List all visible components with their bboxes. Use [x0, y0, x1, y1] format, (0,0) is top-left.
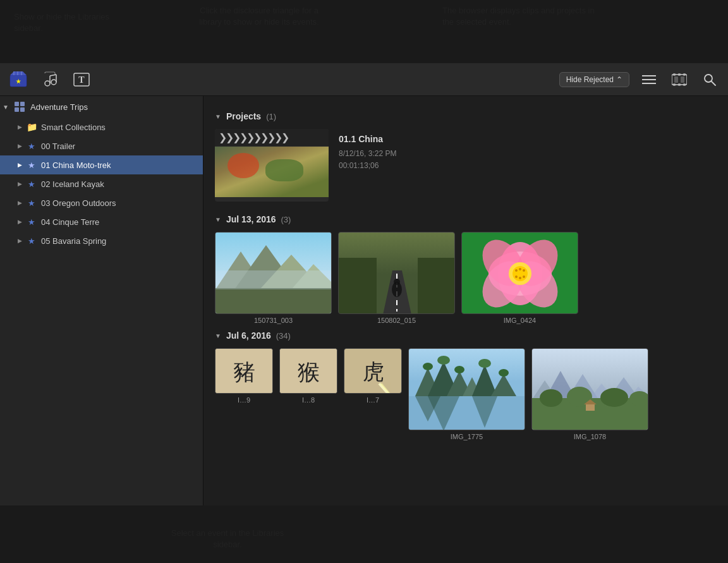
callout-bottom-center: Select an event in the Libraries sidebar…: [164, 528, 291, 550]
svg-line-26: [712, 82, 715, 85]
sidebar-item-02-iceland[interactable]: ▶ ★ 02 Iceland Kayak: [0, 174, 203, 193]
smart-collections-disclosure[interactable]: ▶: [14, 124, 25, 130]
svg-point-7: [51, 80, 56, 85]
sidebar-item-00-trailer[interactable]: ▶ ★ 00 Trailer: [0, 136, 203, 155]
svg-text:T: T: [78, 75, 85, 85]
clip-item[interactable]: 豬 I…9: [215, 348, 273, 440]
clip-thumb-script2: 猴: [279, 348, 337, 394]
svg-rect-33: [215, 270, 332, 289]
svg-line-9: [50, 75, 56, 76]
clip-item[interactable]: 150802_015: [338, 232, 455, 324]
jul6-disclosure[interactable]: ▼: [215, 332, 221, 339]
projects-disclosure[interactable]: ▼: [215, 113, 221, 120]
svg-point-55: [523, 275, 525, 278]
cinque-label: 04 Cinque Terre: [41, 217, 198, 227]
clip-thumb-script3: 虎: [344, 348, 402, 394]
clip-thumb-karst1: [408, 348, 525, 430]
sidebar-item-01-china[interactable]: ▶ ★ 01 China Moto-trek: [0, 155, 203, 174]
svg-point-54: [519, 277, 521, 279]
clip-thumb-road: [338, 232, 455, 314]
svg-rect-18: [678, 73, 681, 76]
clip-thumb-mountain: [215, 232, 332, 314]
clip-thumb-flower: [461, 232, 578, 314]
library-root[interactable]: ▼ Adventure Trips: [0, 96, 203, 118]
titles-icon[interactable]: T: [71, 69, 92, 90]
clip-label: 150802_015: [377, 317, 416, 324]
clip-item[interactable]: IMG_1078: [531, 348, 648, 440]
app-container: ★ T: [0, 63, 728, 505]
browser: ▼ Projects (1) ❯❯❯❯❯❯❯❯❯❯ 01.1 China 8/1…: [203, 96, 728, 505]
clip-item[interactable]: IMG_1775: [408, 348, 525, 440]
hide-rejected-chevron: ⌃: [616, 75, 622, 84]
list-view-icon[interactable]: [638, 69, 660, 90]
clip-item[interactable]: 虎 I…7: [344, 348, 402, 440]
project-info: 01.1 China 8/12/16, 3:22 PM 00:01:13;06: [339, 129, 396, 172]
svg-point-88: [540, 389, 562, 407]
svg-rect-22: [683, 83, 686, 86]
hide-rejected-button[interactable]: Hide Rejected ⌃: [559, 72, 629, 87]
china-star-icon: ★: [25, 159, 38, 171]
clip-item[interactable]: IMG_0424: [461, 232, 578, 324]
jul6-clip-grid: 豬 I…9 猴 I…8: [215, 348, 717, 440]
content-area: ▼ Adventure Trips ▶ 📁 Smart Collections …: [0, 96, 728, 505]
search-icon[interactable]: [699, 69, 720, 90]
svg-point-73: [437, 356, 450, 365]
svg-rect-20: [673, 83, 676, 86]
clip-label: IMG_0424: [504, 317, 536, 324]
sidebar-item-04-cinque[interactable]: ▶ ★ 04 Cinque Terre: [0, 212, 203, 231]
iceland-disclosure[interactable]: ▶: [14, 181, 25, 187]
svg-point-6: [45, 81, 50, 86]
sidebar-item-05-bavaria[interactable]: ▶ ★ 05 Bavaria Spring: [0, 231, 203, 250]
china-label: 01 China Moto-trek: [41, 160, 198, 170]
svg-rect-38: [418, 258, 455, 314]
clip-item[interactable]: 150731_003: [215, 232, 332, 324]
oregon-disclosure[interactable]: ▶: [14, 200, 25, 206]
svg-marker-1: [10, 71, 27, 75]
svg-point-74: [454, 366, 464, 373]
toolbar-right: Hide Rejected ⌃: [559, 69, 720, 90]
oregon-star-icon: ★: [25, 197, 38, 209]
clip-label: I…9: [238, 396, 250, 404]
hide-rejected-label: Hide Rejected: [566, 75, 614, 84]
svg-point-51: [519, 268, 521, 270]
clip-item[interactable]: 猴 I…8: [279, 348, 337, 440]
china-disclosure[interactable]: ▶: [14, 162, 25, 168]
toolbar: ★ T: [0, 63, 728, 96]
svg-rect-16: [672, 75, 687, 85]
filmstrip-icon[interactable]: [669, 69, 690, 90]
music-icon[interactable]: [39, 69, 61, 90]
jul6-count: (34): [276, 331, 291, 341]
clip-thumb-karst2: [531, 348, 648, 430]
trailer-disclosure[interactable]: ▶: [14, 143, 25, 149]
svg-point-40: [394, 279, 400, 285]
bavaria-disclosure[interactable]: ▶: [14, 238, 25, 244]
toolbar-left: ★ T: [8, 69, 92, 90]
projects-count: (1): [266, 112, 276, 121]
projects-title: Projects: [226, 111, 261, 121]
project-name: 01.1 China: [339, 134, 396, 144]
project-card[interactable]: ❯❯❯❯❯❯❯❯❯❯ 01.1 China 8/12/16, 3:22 PM 0…: [215, 129, 717, 202]
jul13-disclosure[interactable]: ▼: [215, 216, 221, 223]
library-disclosure[interactable]: ▼: [3, 104, 13, 111]
svg-rect-23: [674, 76, 678, 83]
callout-top-center: Click the disclosure triangle for a libr…: [196, 5, 322, 28]
svg-point-25: [705, 75, 712, 82]
jul6-section-header: ▼ Jul 6, 2016 (34): [215, 330, 717, 341]
svg-point-75: [478, 359, 491, 368]
sidebar: ▼ Adventure Trips ▶ 📁 Smart Collections …: [0, 96, 203, 505]
sidebar-item-smart-collections[interactable]: ▶ 📁 Smart Collections: [0, 118, 203, 136]
libraries-icon[interactable]: ★: [8, 69, 29, 90]
svg-point-76: [499, 369, 509, 377]
oregon-label: 03 Oregon Outdoors: [41, 198, 198, 208]
library-grid-icon: [13, 100, 27, 114]
project-thumb-image: [215, 147, 329, 197]
bavaria-star-icon: ★: [25, 234, 38, 247]
trailer-label: 00 Trailer: [41, 142, 198, 151]
sidebar-item-03-oregon[interactable]: ▶ ★ 03 Oregon Outdoors: [0, 193, 203, 212]
cinque-disclosure[interactable]: ▶: [14, 219, 25, 225]
svg-rect-21: [678, 83, 681, 86]
jul13-title: Jul 13, 2016: [226, 214, 276, 224]
svg-text:猴: 猴: [298, 360, 320, 385]
project-thumbnail[interactable]: ❯❯❯❯❯❯❯❯❯❯: [215, 129, 329, 202]
folder-icon: 📁: [25, 121, 38, 133]
